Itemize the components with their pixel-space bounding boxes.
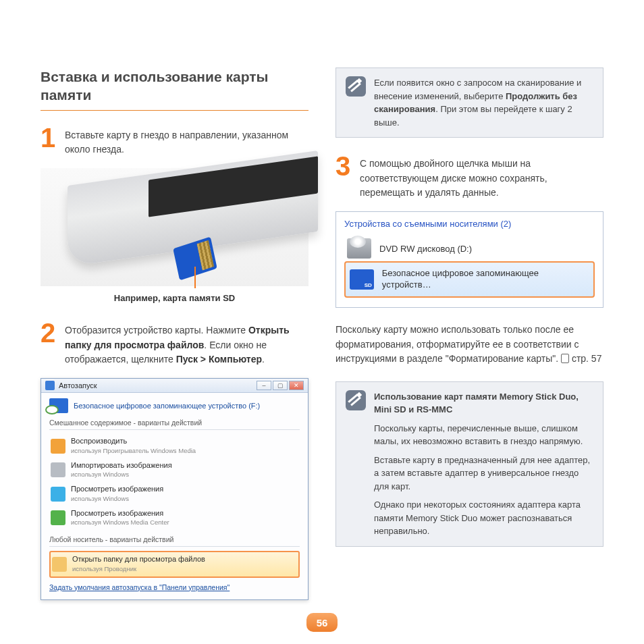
minimize-button[interactable]: – [257, 381, 271, 390]
autoplay-item-view-2[interactable]: Просмотреть изображенияиспользуя Windows… [49, 506, 300, 531]
pencil-note-icon [346, 390, 366, 410]
pencil-note-icon [346, 76, 366, 97]
step-3: 3 С помощью двойного щелчка мыши на соот… [336, 154, 603, 200]
step-number-2: 2 [41, 321, 58, 345]
photo-viewer-icon [51, 487, 65, 502]
autoplay-title: Автозапуск [59, 381, 97, 390]
autoplay-section-any: Любой носитель - варианты действий [49, 535, 300, 543]
devices-header: Устройства со съемными носителями (2) [344, 219, 595, 229]
close-button[interactable]: ✕ [289, 381, 304, 390]
step-3-text: С помощью двойного щелчка мыши на соотве… [360, 154, 603, 200]
formatting-paragraph: Поскольку карту можно использовать тольк… [336, 323, 603, 367]
camera-icon [51, 462, 65, 477]
step-number-1: 1 [41, 126, 58, 150]
step-2: 2 Отобразится устройство карты. Нажмите … [41, 321, 308, 367]
autoplay-icon [45, 381, 55, 390]
folder-icon [52, 557, 67, 572]
autoplay-item-import[interactable]: Импортировать изображенияиспользуя Windo… [49, 458, 300, 483]
callout-line [194, 267, 196, 288]
autoplay-device: Безопасное цифровое запоминающее устройс… [49, 398, 300, 413]
device-dvd[interactable]: DVD RW дисковод (D:) [344, 236, 595, 261]
autoplay-titlebar: Автозапуск – ▢ ✕ [41, 379, 308, 393]
note-adapter: Использование карт памяти Memory Stick D… [336, 381, 603, 547]
autoplay-item-open-folder[interactable]: Открыть папку для просмотра файловисполь… [49, 551, 300, 578]
maximize-button[interactable]: ▢ [273, 381, 288, 390]
device-sd-label: Безопасное цифровое запоминающее устройс… [382, 268, 589, 291]
sd-device-icon [49, 398, 68, 413]
page-number: 56 [306, 613, 338, 632]
step-1-text: Вставьте карту в гнездо в направлении, у… [65, 126, 308, 157]
device-sd[interactable]: Безопасное цифровое запоминающее устройс… [344, 261, 595, 298]
step-number-3: 3 [336, 154, 353, 178]
removable-devices-panel: Устройства со съемными носителями (2) DV… [336, 211, 603, 308]
autoplay-defaults-link[interactable]: Задать умолчания автозапуска в "Панели у… [49, 583, 230, 591]
play-icon [51, 439, 65, 454]
autoplay-window: Автозапуск – ▢ ✕ Безопасное цифровое зап… [41, 378, 308, 600]
dvd-drive-icon [347, 238, 371, 259]
sd-caption: Например, карта памяти SD [41, 293, 308, 303]
autoplay-section-mixed: Смешанное содержимое - варианты действий [49, 419, 300, 427]
note-scan: Если появится окно с запросом на сканиро… [336, 68, 603, 138]
page-title: Вставка и использование карты памяти [41, 68, 308, 105]
device-dvd-label: DVD RW дисковод (D:) [379, 244, 472, 254]
divider [41, 110, 308, 111]
step-2-text: Отобразится устройство карты. Нажмите От… [65, 321, 308, 367]
page-ref-icon [561, 354, 569, 363]
step-1: 1 Вставьте карту в гнездо в направлении,… [41, 126, 308, 157]
autoplay-item-view-1[interactable]: Просмотреть изображенияиспользуя Windows [49, 482, 300, 506]
laptop-illustration [41, 168, 308, 286]
autoplay-item-play[interactable]: Воспроизводитьиспользуя Проигрыватель Wi… [49, 434, 300, 458]
sd-drive-icon [350, 269, 374, 290]
media-center-icon [51, 510, 65, 525]
